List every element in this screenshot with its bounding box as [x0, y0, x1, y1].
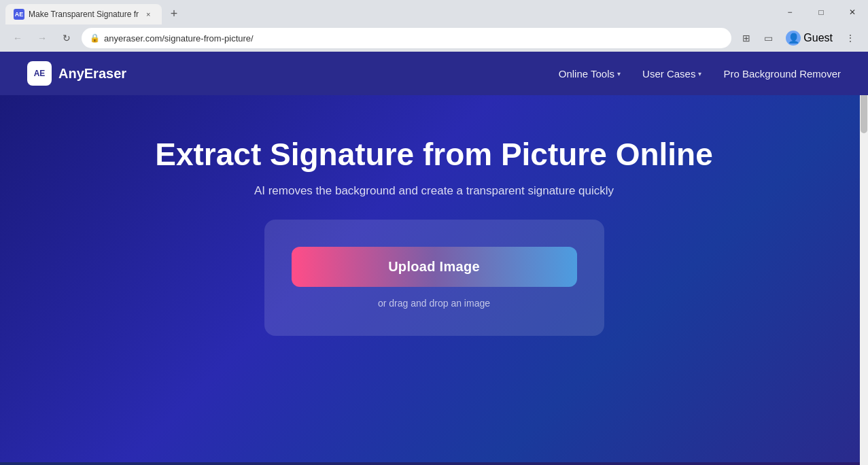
- logo-area[interactable]: AE AnyEraser: [27, 61, 126, 86]
- tab-bar: AE Make Transparent Signature fr × + − □…: [0, 0, 868, 24]
- bottom-hint-section: Make Transparent Signature in 1: [0, 462, 868, 465]
- url-bar[interactable]: 🔒 anyeraser.com/signature-from-picture/: [82, 28, 731, 48]
- nav-links: Online Tools ▾ User Cases ▾ Pro Backgrou…: [559, 68, 841, 80]
- minimize-button[interactable]: −: [774, 0, 805, 24]
- forward-button[interactable]: →: [33, 29, 52, 48]
- lock-icon: 🔒: [90, 33, 100, 43]
- tab-title: Make Transparent Signature fr: [29, 10, 139, 19]
- brand-name: AnyEraser: [58, 66, 126, 82]
- logo-icon: AE: [27, 61, 52, 86]
- scrollbar[interactable]: [860, 52, 868, 465]
- toolbar-right: ⊞ ▭ 👤 Guest ⋮: [737, 29, 860, 48]
- maximize-button[interactable]: □: [805, 0, 837, 24]
- menu-button[interactable]: ⋮: [841, 29, 860, 48]
- drag-drop-text: or drag and drop an image: [378, 298, 490, 309]
- tab-close-button[interactable]: ×: [143, 9, 154, 20]
- address-bar: ← → ↻ 🔒 anyeraser.com/signature-from-pic…: [0, 24, 868, 52]
- hero-title: Extract Signature from Picture Online: [155, 136, 713, 173]
- profile-avatar-icon: 👤: [786, 31, 801, 46]
- active-tab[interactable]: AE Make Transparent Signature fr ×: [5, 4, 162, 24]
- upload-box: Upload Image or drag and drop an image: [264, 220, 604, 336]
- apps-button[interactable]: ⊞: [737, 29, 756, 48]
- profile-name: Guest: [803, 32, 833, 44]
- close-button[interactable]: ✕: [837, 0, 868, 24]
- nav-pro-remover[interactable]: Pro Background Remover: [723, 68, 841, 80]
- website-content: AE AnyEraser Online Tools ▾ User Cases ▾…: [0, 52, 868, 465]
- refresh-button[interactable]: ↻: [57, 29, 76, 48]
- new-tab-button[interactable]: +: [164, 4, 184, 23]
- url-text: anyeraser.com/signature-from-picture/: [104, 33, 723, 44]
- online-tools-chevron-icon: ▾: [617, 70, 621, 78]
- nav-online-tools[interactable]: Online Tools ▾: [559, 68, 621, 80]
- nav-user-cases[interactable]: User Cases ▾: [642, 68, 701, 80]
- upload-image-button[interactable]: Upload Image: [292, 247, 577, 287]
- browser-window: AE Make Transparent Signature fr × + − □…: [0, 0, 868, 465]
- hero-subtitle: AI removes the background and create a t…: [254, 184, 614, 198]
- sidebar-button[interactable]: ▭: [759, 29, 778, 48]
- user-cases-chevron-icon: ▾: [698, 70, 701, 78]
- hero-section: Extract Signature from Picture Online AI…: [0, 95, 868, 462]
- back-button[interactable]: ←: [8, 29, 27, 48]
- tab-favicon: AE: [14, 9, 24, 20]
- site-navbar: AE AnyEraser Online Tools ▾ User Cases ▾…: [0, 52, 868, 95]
- window-controls: − □ ✕: [774, 0, 868, 24]
- profile-button[interactable]: 👤 Guest: [780, 29, 838, 47]
